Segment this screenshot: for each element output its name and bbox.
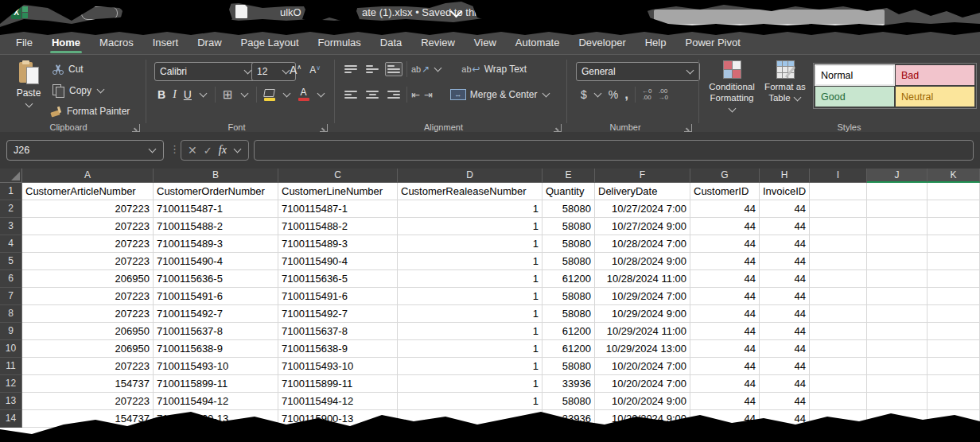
increase-indent-button[interactable]: ⇥ [424,89,433,101]
cell-C10[interactable]: 7100115638-9 [278,340,398,358]
cell-C1[interactable]: CustomerLineNumber [278,183,398,200]
font-dialog-launcher-icon[interactable] [320,124,328,132]
currency-dropdown-icon[interactable] [593,90,601,98]
number-format-combobox[interactable]: General [576,62,700,81]
column-header-F[interactable]: F [595,169,690,183]
cell-J8[interactable] [867,305,928,323]
cell-I14[interactable] [810,410,867,428]
row-header-8[interactable]: 8 [0,305,22,323]
cell-A8[interactable]: 207223 [22,305,154,323]
cell-A6[interactable]: 206950 [22,270,154,288]
decrease-indent-button[interactable]: ⇤ [411,89,420,101]
increase-decimal-button[interactable]: ←0.00 [642,88,651,101]
column-header-J[interactable]: J [867,169,928,183]
cancel-icon[interactable]: ✕ [188,144,197,157]
row-header-7[interactable]: 7 [0,288,22,305]
cell-D6[interactable]: 1 [398,270,542,288]
cell-H1[interactable]: InvoiceID [760,183,810,200]
merge-center-dropdown-icon[interactable] [542,90,550,98]
cell-A11[interactable]: 207223 [22,358,154,375]
cell-D1[interactable]: CustomerRealeaseNumber [398,183,542,200]
tab-automate[interactable]: Automate [506,32,570,54]
cell-E5[interactable]: 58080 [542,253,595,270]
cell-B7[interactable]: 7100115491-6 [154,288,278,305]
cell-H8[interactable]: 44 [760,305,810,323]
cell-C7[interactable]: 7100115491-6 [278,288,398,305]
cell-H14[interactable]: 44 [760,410,810,428]
tab-developer[interactable]: Developer [569,32,635,54]
style-bad[interactable]: Bad [896,65,974,85]
cell-A1[interactable]: CustomerArticleNumber [22,183,154,200]
row-header-14[interactable]: 14 [0,410,22,428]
cell-C14[interactable]: 7100115900-13 [278,410,398,428]
cell-B10[interactable]: 7100115638-9 [154,340,278,358]
cell-F1[interactable]: DeliveryDate [595,183,690,200]
cell-G14[interactable]: 44 [690,410,760,428]
borders-dropdown-icon[interactable] [240,90,248,98]
cell-D4[interactable]: 1 [398,235,542,253]
cell-J12[interactable] [867,375,928,393]
cell-B14[interactable]: 7100115900-13 [154,410,278,428]
cell-A2[interactable]: 207223 [22,200,154,218]
column-header-K[interactable]: K [928,169,980,183]
cell-H9[interactable]: 44 [760,323,810,340]
cell-I10[interactable] [810,340,867,358]
cell-J14[interactable] [867,410,928,428]
font-color-dropdown-icon[interactable] [317,90,325,98]
cell-C6[interactable]: 7100115636-5 [278,270,398,288]
cell-I5[interactable] [810,253,867,270]
tab-file[interactable]: File [6,32,42,54]
tab-power-pivot[interactable]: Power Pivot [675,32,749,54]
cell-B3[interactable]: 7100115488-2 [154,218,278,235]
cell-I7[interactable] [810,288,867,305]
cell-F3[interactable]: 10/27/2024 9:00 [595,218,690,235]
tab-draw[interactable]: Draw [188,32,231,54]
cell-G11[interactable]: 44 [690,358,760,375]
orientation-dropdown-icon[interactable] [434,64,442,72]
cell-K13[interactable] [928,393,980,410]
name-box[interactable]: J26 [6,140,164,161]
copy-button[interactable]: Copy [52,84,105,97]
row-header-5[interactable]: 5 [0,253,22,270]
cell-G3[interactable]: 44 [690,218,760,235]
cell-G1[interactable]: CustomerID [690,183,760,200]
decrease-decimal-button[interactable]: .00→0 [658,88,667,101]
cell-D13[interactable]: 1 [398,393,542,410]
cell-I4[interactable] [810,235,867,253]
column-header-E[interactable]: E [542,169,595,183]
cell-A12[interactable]: 154737 [22,375,154,393]
alignment-dialog-launcher-icon[interactable] [554,124,562,132]
cell-C9[interactable]: 7100115637-8 [278,323,398,340]
align-left-button[interactable] [342,87,360,102]
column-header-A[interactable]: A [22,169,154,183]
font-color-button[interactable]: A [298,88,309,101]
select-all-button[interactable] [0,169,22,183]
tab-formulas[interactable]: Formulas [309,32,371,54]
bottom-align-button[interactable] [385,62,402,76]
column-header-G[interactable]: G [690,169,760,183]
cell-F2[interactable]: 10/27/2024 7:00 [595,200,690,218]
cell-C11[interactable]: 7100115493-10 [278,358,398,375]
cell-E13[interactable]: 58080 [542,393,595,410]
cell-K10[interactable] [928,340,980,358]
column-header-I[interactable]: I [810,169,867,183]
currency-format-button[interactable]: $ [581,88,587,101]
cell-E12[interactable]: 33936 [542,375,595,393]
align-right-button[interactable] [385,87,402,102]
cell-G8[interactable]: 44 [690,305,760,323]
cell-I9[interactable] [810,323,867,340]
cell-K11[interactable] [928,358,980,375]
cell-F14[interactable]: 10/20/2024 9:00 [595,410,690,428]
align-center-button[interactable] [364,87,381,102]
cell-B2[interactable]: 7100115487-1 [154,200,278,218]
grow-font-button[interactable]: A∧ [290,64,301,76]
conditional-formatting-button[interactable]: Conditional Formatting [705,60,759,114]
cell-C2[interactable]: 7100115487-1 [278,200,398,218]
cell-E14[interactable]: 33936 [542,410,595,428]
cell-B9[interactable]: 7100115637-8 [154,323,278,340]
cell-I13[interactable] [810,393,867,410]
cell-F12[interactable]: 10/20/2024 7:00 [595,375,690,393]
middle-align-button[interactable] [364,62,381,76]
cell-E3[interactable]: 58080 [542,218,595,235]
cell-B8[interactable]: 7100115492-7 [154,305,278,323]
